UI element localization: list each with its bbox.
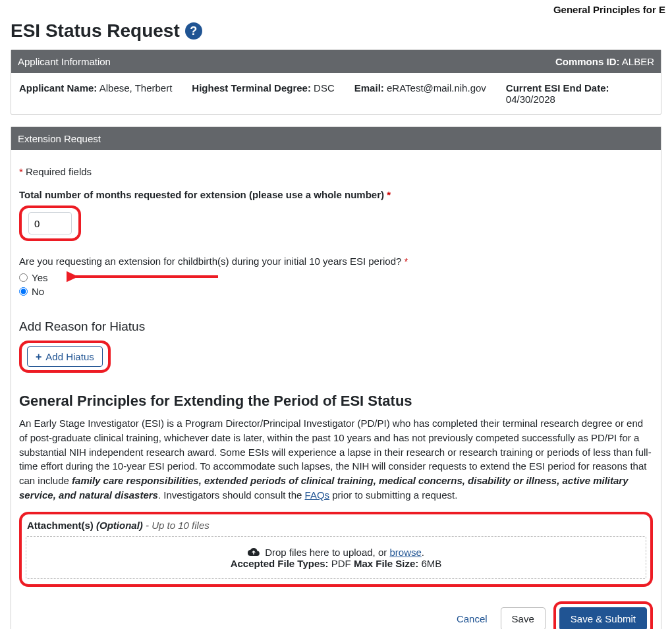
attachments-label-strong: Attachment(s) <box>27 520 94 531</box>
principles-body-2: . Investigators should consult the <box>158 489 305 501</box>
esi-end-date: Current ESI End Date: 04/30/2028 <box>506 82 609 105</box>
commons-id: Commons ID: ALBER <box>555 56 654 67</box>
faqs-link[interactable]: FAQs <box>305 489 330 501</box>
required-fields-note: * Required fields <box>19 166 653 177</box>
dropzone-text-post: . <box>422 547 424 558</box>
cloud-upload-icon <box>248 546 260 558</box>
email-value: eRATest@mail.nih.gov <box>387 82 486 94</box>
dropzone-line2: Accepted File Types: PDF Max File Size: … <box>36 558 636 569</box>
accepted-types-label: Accepted File Types: <box>231 558 329 569</box>
plus-icon: + <box>36 352 42 362</box>
save-submit-highlight: Save & Submit <box>553 601 653 630</box>
action-row: Cancel Save Save & Submit <box>19 601 653 630</box>
radio-yes[interactable] <box>19 273 28 282</box>
cancel-link[interactable]: Cancel <box>457 613 488 624</box>
dropzone-text-pre: Drop files here to upload, or <box>265 547 389 558</box>
save-submit-button[interactable]: Save & Submit <box>559 607 647 630</box>
max-size-value: 6MB <box>418 558 441 569</box>
terminal-degree: Highest Terminal Degree: DSC <box>192 82 334 105</box>
add-hiatus-highlight: + Add Hiatus <box>19 341 111 373</box>
email-label: Email: <box>354 82 384 94</box>
attachments-limit: - Up to 10 files <box>146 520 210 531</box>
top-partial-text: General Principles for E <box>11 4 665 15</box>
months-label: Total number of months requested for ext… <box>19 189 653 200</box>
extension-request-header: Extension Request <box>11 127 661 150</box>
radio-yes-label: Yes <box>32 272 47 283</box>
add-hiatus-label: Add Hiatus <box>45 351 94 362</box>
max-size-label: Max File Size: <box>354 558 418 569</box>
attachments-optional: (Optional) <box>96 520 143 531</box>
required-fields-text: Required fields <box>23 166 92 177</box>
save-button[interactable]: Save <box>501 607 546 630</box>
principles-body-3: prior to submitting a request. <box>329 489 457 501</box>
add-hiatus-button[interactable]: + Add Hiatus <box>27 346 103 367</box>
applicant-name: Applicant Name: Albese, Therbert <box>19 82 172 105</box>
childbirth-asterisk: * <box>404 256 408 267</box>
radio-no[interactable] <box>19 287 28 296</box>
commons-id-value: ALBER <box>622 56 654 67</box>
email: Email: eRATest@mail.nih.gov <box>354 82 486 105</box>
annotation-arrow-icon <box>67 267 225 287</box>
dropzone-line1: Drop files here to upload, or browse. <box>36 546 636 558</box>
radio-no-label: No <box>32 286 44 297</box>
childbirth-question: Are you requesting an extension for chil… <box>19 256 653 267</box>
help-icon[interactable]: ? <box>185 22 202 40</box>
principles-body: An Early Stage Investigator (ESI) is a P… <box>19 416 653 503</box>
extension-request-body: * Required fields Total number of months… <box>11 150 661 629</box>
page-title: ESI Status Request ? <box>11 20 661 41</box>
radio-no-row: No <box>19 286 653 297</box>
accepted-types-value: PDF <box>329 558 354 569</box>
months-input-highlight <box>19 205 81 241</box>
months-input[interactable] <box>28 212 72 234</box>
attachments-highlight: Attachment(s) (Optional) - Up to 10 file… <box>19 512 653 587</box>
applicant-info-body: Applicant Name: Albese, Therbert Highest… <box>11 73 661 114</box>
applicant-name-value: Albese, Therbert <box>99 82 173 94</box>
esi-end-date-label: Current ESI End Date: <box>506 82 609 94</box>
applicant-info-header: Applicant Information Commons ID: ALBER <box>11 50 661 73</box>
principles-heading: General Principles for Extending the Per… <box>19 393 653 410</box>
applicant-info-panel: Applicant Information Commons ID: ALBER … <box>11 49 661 115</box>
terminal-degree-label: Highest Terminal Degree: <box>192 82 311 94</box>
applicant-name-label: Applicant Name: <box>19 82 97 94</box>
page-title-text: ESI Status Request <box>11 20 180 41</box>
extension-request-header-label: Extension Request <box>18 133 101 144</box>
months-label-text: Total number of months requested for ext… <box>19 189 387 200</box>
commons-id-label: Commons ID: <box>555 56 620 67</box>
months-asterisk: * <box>387 189 391 200</box>
browse-link[interactable]: browse <box>389 547 421 558</box>
attachments-label: Attachment(s) (Optional) - Up to 10 file… <box>26 517 646 536</box>
esi-end-date-value: 04/30/2028 <box>506 94 555 105</box>
childbirth-question-text: Are you requesting an extension for chil… <box>19 256 404 267</box>
dropzone[interactable]: Drop files here to upload, or browse. Ac… <box>26 536 646 579</box>
applicant-info-header-label: Applicant Information <box>18 56 111 67</box>
add-reason-heading: Add Reason for Hiatus <box>19 319 653 334</box>
extension-request-panel: Extension Request * Required fields Tota… <box>11 126 661 629</box>
terminal-degree-value: DSC <box>314 82 335 94</box>
